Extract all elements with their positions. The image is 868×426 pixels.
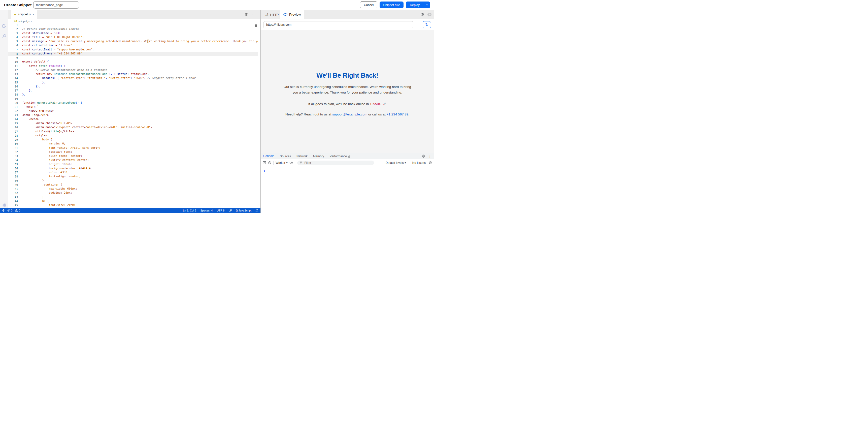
encoding[interactable]: UTF-8 xyxy=(217,209,224,212)
code-line[interactable]: 21 return ` xyxy=(8,105,258,109)
errors-indicator[interactable]: 0 xyxy=(7,209,12,212)
deploy-caret-button[interactable]: ▾ xyxy=(424,1,430,8)
code-line[interactable]: 24 <head> xyxy=(8,117,258,121)
code-line[interactable]: 38 text-align: center; xyxy=(8,174,258,178)
code-line[interactable]: 14 headers: { "Content-Type": "text/html… xyxy=(8,76,258,80)
code-line[interactable]: 11 async fetch(request) { xyxy=(8,64,258,68)
code-line[interactable]: 4const title = "We'll Be Right Back!"; xyxy=(8,35,258,39)
code-line[interactable]: 39 } xyxy=(8,179,258,183)
code-line[interactable]: 25 <meta charset="UTF-8"> xyxy=(8,121,258,125)
code-line[interactable]: 12 // Serve the maintenance page as a re… xyxy=(8,68,258,72)
code-line[interactable]: 6const estimatedTime = "1 hour"; xyxy=(8,44,258,47)
console-tabbar-actions: ⋮ xyxy=(422,154,434,158)
editor-scrollbar-thumb[interactable] xyxy=(255,24,257,27)
code-line[interactable]: 37 color: #333; xyxy=(8,170,258,174)
code-line[interactable]: 29 body { xyxy=(8,138,258,142)
docs-book-icon[interactable] xyxy=(421,13,425,17)
discord-icon[interactable] xyxy=(428,13,432,17)
tab-snippet-js[interactable]: JS snippet.js × xyxy=(11,10,37,19)
cancel-button[interactable]: Cancel xyxy=(360,1,377,8)
code-line[interactable]: 9 xyxy=(8,56,258,60)
code-line[interactable]: 30 margin: 0; xyxy=(8,142,258,146)
breadcrumb[interactable]: JS snippet.js › … xyxy=(8,19,260,23)
code-line[interactable]: 1 xyxy=(8,23,258,27)
search-icon[interactable] xyxy=(0,32,8,40)
code-line[interactable]: 28 <style> xyxy=(8,134,258,138)
code-line[interactable]: 10export default { xyxy=(8,60,258,64)
tab-close-icon[interactable]: × xyxy=(32,13,34,16)
code-line[interactable]: 7const contactEmail = "support@example.c… xyxy=(8,48,258,52)
snippet-rule-button[interactable]: Snippet rule xyxy=(380,1,404,8)
remote-indicator-icon[interactable] xyxy=(2,209,5,212)
code-line[interactable]: 35 height: 100vh; xyxy=(8,162,258,166)
clear-console-icon[interactable] xyxy=(268,161,271,164)
language-mode[interactable]: {} JavaScript xyxy=(236,209,251,212)
code-line[interactable]: 2// Define your customizable inputs xyxy=(8,27,258,31)
tab-preview[interactable]: Preview xyxy=(280,10,304,19)
tab-network[interactable]: Network xyxy=(297,153,308,159)
code-text: background-color: #f4f4f4; xyxy=(22,166,92,170)
split-editor-icon[interactable] xyxy=(245,13,248,17)
code-line[interactable]: 20function generateMaintenancePage() { xyxy=(8,101,258,105)
breadcrumb-file[interactable]: snippet.js xyxy=(19,20,29,23)
url-input[interactable] xyxy=(263,21,413,28)
line-number: 5 xyxy=(8,39,22,44)
code-line[interactable]: 43 } xyxy=(8,195,258,199)
code-line[interactable]: 42 padding: 20px; xyxy=(8,191,258,195)
code-line[interactable]: 34 justify-content: center; xyxy=(8,158,258,162)
warnings-indicator[interactable]: 0 xyxy=(15,209,20,212)
phone-link[interactable]: +1 234 567 89 xyxy=(386,112,408,116)
code-line[interactable]: 15 }, xyxy=(8,80,258,84)
snippet-name-input[interactable] xyxy=(33,1,79,8)
code-line[interactable]: 16 }); xyxy=(8,84,258,88)
files-icon[interactable] xyxy=(0,22,8,30)
code-line[interactable]: 5const message = "Our site is currently … xyxy=(8,39,258,44)
default-levels-select[interactable]: Default levels ▾ xyxy=(385,161,406,165)
code-line[interactable]: 17 }, xyxy=(8,88,258,92)
notifications-bell-icon[interactable] xyxy=(255,209,258,212)
tab-console[interactable]: Console xyxy=(263,153,274,159)
code-line[interactable]: 40 .container { xyxy=(8,183,258,187)
code-line[interactable]: 8const contactPhone = "+1 234 567 89"; xyxy=(8,52,258,56)
breadcrumb-more[interactable]: … xyxy=(33,20,35,23)
filter-input[interactable] xyxy=(304,161,360,165)
code-line[interactable]: 3const statusCode = 503; xyxy=(8,31,258,35)
email-link[interactable]: support@example.com xyxy=(332,112,367,116)
toolbar-divider xyxy=(409,161,409,165)
code-line[interactable]: 33 align-items: center; xyxy=(8,154,258,158)
editor-more-icon[interactable]: ··· xyxy=(252,12,257,17)
code-line[interactable]: 44 h1 { xyxy=(8,199,258,203)
console-output[interactable]: › xyxy=(261,166,434,213)
code-line[interactable]: 36 background-color: #f4f4f4; xyxy=(8,166,258,170)
tab-performance[interactable]: Performance xyxy=(330,153,350,159)
console-sidebar-toggle-icon[interactable] xyxy=(263,161,266,164)
code-line[interactable]: 18}; xyxy=(8,92,258,96)
tab-sources[interactable]: Sources xyxy=(280,153,291,159)
refresh-button[interactable]: ↻ xyxy=(423,21,431,28)
code-line[interactable]: 45 font-size: 2rem; xyxy=(8,203,258,207)
cursor-position[interactable]: Ln 8, Col 2 xyxy=(183,209,196,212)
kebab-menu-icon[interactable]: ⋮ xyxy=(428,154,432,158)
code-line[interactable]: 41 max-width: 600px; xyxy=(8,187,258,191)
tab-http[interactable]: ⇄ HTTP xyxy=(262,10,282,19)
console-filter[interactable] xyxy=(297,161,374,165)
code-line[interactable]: 27 <title>${title}</title> xyxy=(8,130,258,134)
code-line[interactable]: 22 <!DOCTYPE html> xyxy=(8,109,258,113)
issues-counter[interactable]: No Issues xyxy=(412,161,426,165)
code-line[interactable]: 31 font-family: Arial, sans-serif; xyxy=(8,146,258,150)
devtools-settings-gear-icon[interactable] xyxy=(422,154,425,158)
code-line[interactable]: 23<html lang="en"> xyxy=(8,113,258,117)
tab-memory[interactable]: Memory xyxy=(313,153,324,159)
code-line[interactable]: 26 <meta name="viewport" content="width=… xyxy=(8,125,258,129)
worker-context-select[interactable]: Worker ▾ xyxy=(276,161,287,165)
code-editor[interactable]: 12// Define your customizable inputs3con… xyxy=(8,23,258,208)
watch-eye-icon[interactable] xyxy=(289,162,293,164)
code-line[interactable]: 19 xyxy=(8,97,258,101)
code-line[interactable]: 32 display: flex; xyxy=(8,150,258,154)
console-prompt-chevron[interactable]: › xyxy=(264,169,265,172)
console-settings-gear-icon[interactable] xyxy=(429,161,432,164)
eol-sequence[interactable]: LF xyxy=(228,209,232,212)
code-line[interactable]: 13 return new Response(generateMaintenan… xyxy=(8,72,258,76)
deploy-button[interactable]: Deploy xyxy=(406,1,424,8)
indentation[interactable]: Spaces: 4 xyxy=(200,209,213,212)
